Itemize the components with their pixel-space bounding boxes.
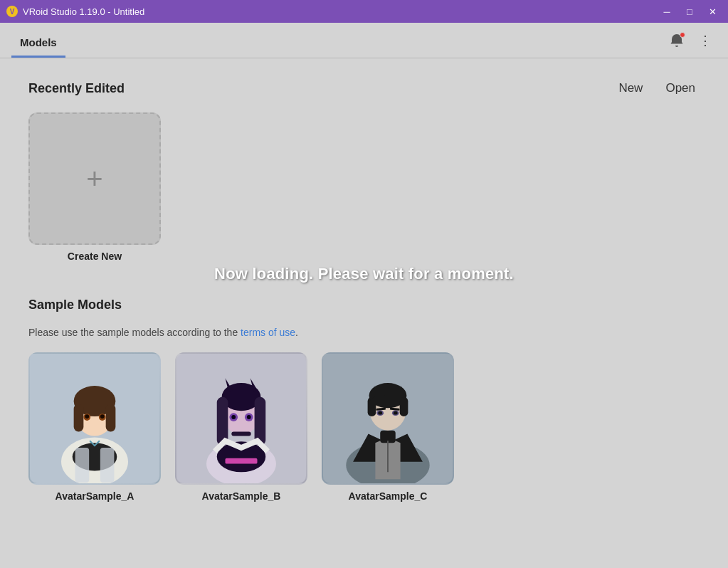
terms-of-use-link[interactable]: terms of use — [241, 327, 295, 338]
open-button[interactable]: Open — [661, 78, 700, 98]
create-new-thumb[interactable]: + — [28, 112, 161, 245]
sample-models-description: Please use the sample models according t… — [28, 327, 700, 338]
avatar-b-image — [176, 352, 306, 485]
avatar-c-label: AvatarSample_C — [349, 490, 428, 502]
svg-point-11 — [85, 414, 89, 419]
notification-dot — [680, 32, 685, 38]
recently-edited-cards: + Create New — [28, 112, 700, 262]
recently-edited-header: Recently Edited New Open — [28, 78, 700, 98]
avatar-a-card[interactable]: AvatarSample_A — [28, 352, 161, 502]
avatar-b-label: AvatarSample_B — [202, 490, 281, 502]
avatar-a-label: AvatarSample_A — [56, 490, 134, 502]
title-bar: V VRoid Studio 1.19.0 - Untitled ─ □ ✕ — [0, 0, 728, 23]
tab-models[interactable]: Models — [11, 31, 65, 58]
loading-text: Now loading. Please wait for a moment. — [214, 265, 514, 283]
maximize-button[interactable]: □ — [680, 4, 700, 19]
svg-rect-18 — [225, 458, 257, 464]
loading-overlay: Now loading. Please wait for a moment. — [0, 265, 728, 283]
avatar-b-card[interactable]: AvatarSample_B — [175, 352, 307, 502]
sample-model-cards: AvatarSample_A — [28, 352, 700, 502]
avatar-c-card[interactable]: AvatarSample_C — [322, 352, 454, 502]
svg-text:V: V — [10, 8, 15, 16]
create-new-label: Create New — [68, 251, 122, 262]
sample-desc-text: Please use the sample models according t… — [28, 327, 241, 338]
svg-rect-29 — [231, 432, 250, 436]
nav-actions: ⋮ — [665, 29, 717, 58]
create-new-card[interactable]: + Create New — [28, 112, 161, 262]
sample-desc-suffix: . — [295, 327, 298, 338]
minimize-button[interactable]: ─ — [657, 4, 677, 19]
plus-icon: + — [86, 164, 102, 193]
recently-edited-title: Recently Edited — [28, 81, 125, 96]
sample-models-section: Sample Models Please use the sample mode… — [28, 298, 700, 502]
svg-point-12 — [100, 414, 105, 419]
window-title: VRoid Studio 1.19.0 - Untitled — [23, 6, 657, 17]
svg-point-28 — [247, 415, 251, 419]
svg-rect-13 — [75, 448, 90, 483]
avatar-c-image — [323, 352, 453, 485]
menu-button[interactable]: ⋮ — [694, 29, 717, 52]
window-controls: ─ □ ✕ — [657, 4, 722, 19]
nav-tabs: Models — [11, 23, 65, 58]
svg-rect-7 — [74, 404, 84, 431]
app-icon: V — [6, 5, 19, 18]
sample-models-title: Sample Models — [28, 298, 122, 312]
close-button[interactable]: ✕ — [702, 4, 722, 19]
svg-point-27 — [231, 415, 236, 419]
notification-button[interactable] — [665, 29, 688, 52]
svg-rect-8 — [106, 404, 116, 431]
new-button[interactable]: New — [614, 78, 647, 98]
sample-models-header: Sample Models — [28, 298, 700, 312]
avatar-c-thumb[interactable] — [322, 352, 454, 485]
section-action-buttons: New Open — [614, 78, 700, 98]
avatar-a-thumb[interactable] — [28, 352, 161, 485]
avatar-a-image — [30, 352, 159, 485]
top-nav: Models ⋮ — [0, 23, 728, 58]
svg-rect-14 — [100, 448, 115, 483]
avatar-b-thumb[interactable] — [175, 352, 307, 485]
svg-point-40 — [394, 411, 398, 415]
svg-point-39 — [378, 411, 382, 415]
main-content: Recently Edited New Open + Create New No… — [0, 58, 728, 568]
